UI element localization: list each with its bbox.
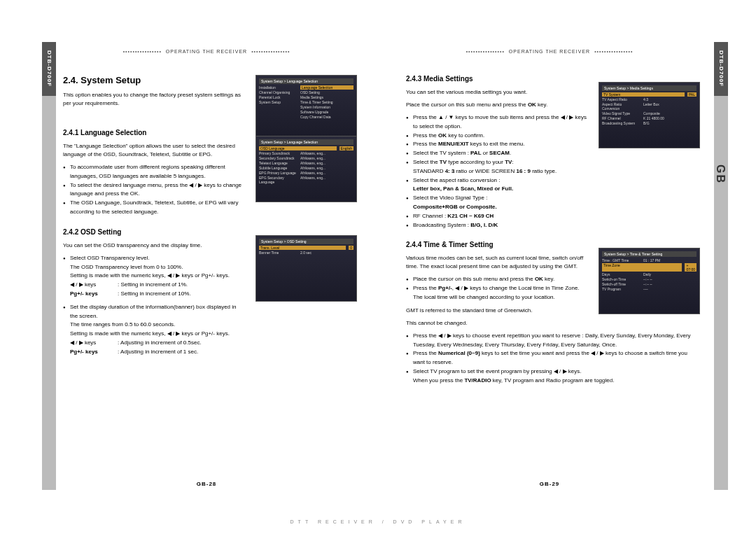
figure-osd: System Setup > OSD Setting Trans. Level0… <box>255 235 357 302</box>
lang-para: The "Language Selection" option allows t… <box>63 142 245 159</box>
osd-li2: Set the display duration of the informat… <box>63 303 245 321</box>
figure-language: System Setup > Language Selection OSD La… <box>255 136 357 202</box>
osd-para: You can set the OSD transparency and the… <box>63 241 245 250</box>
footer-mid: DTT RECEIVER / DVD PLAYER <box>0 519 756 524</box>
model-label-right: DTB-D700F <box>718 50 724 87</box>
right-page: OPERATING THE RECEIVER 2.4.3 Media Setti… <box>385 35 714 497</box>
figure-media: System Setup > Media Settings TV SystemP… <box>598 82 700 148</box>
footer-right: GB-29 <box>385 481 714 487</box>
lang-li3: The OSD Language, Soundtrack, Teletext, … <box>63 199 245 217</box>
figure-time: System Setup > Time & Timer Setting Time… <box>598 248 700 314</box>
media-p2: Place the cursor on this sub menu and pr… <box>406 101 588 109</box>
time-para: Various time modes can be set, such as c… <box>406 254 588 271</box>
media-p1: You can set the various media settings y… <box>406 88 588 97</box>
osd-li1: Select OSD Transparency level. <box>63 254 245 263</box>
side-gb-label: GB <box>714 164 727 184</box>
section-intro: This option enables you to change the fa… <box>63 91 245 108</box>
left-page: OPERATING THE RECEIVER 2.4. System Setup… <box>42 35 371 497</box>
left-header: OPERATING THE RECEIVER <box>63 49 350 54</box>
footer-left: GB-28 <box>42 481 371 487</box>
side-tab-right: DTB-D700F <box>714 42 728 490</box>
lang-li1: To accommodate user from different regio… <box>63 163 245 181</box>
right-header: OPERATING THE RECEIVER <box>406 49 693 54</box>
lang-li2: To select the desired language menu, pre… <box>63 181 245 199</box>
